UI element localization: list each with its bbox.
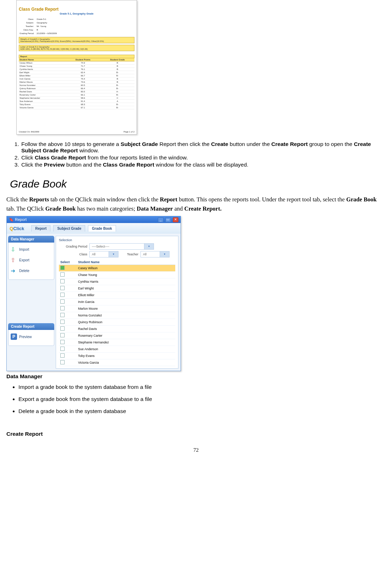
selection-header: Selection (59, 238, 175, 242)
student-row[interactable]: Rachel Davis (59, 326, 175, 332)
checkbox[interactable] (60, 333, 65, 337)
table-row: Irvin Garcia75.4B (19, 77, 134, 81)
student-row[interactable]: Elliott Miller (59, 292, 175, 299)
report-title: Class Grade Report (19, 7, 134, 12)
report-info-table: Class:Grade 5-1 Subject:Geography Teache… (19, 17, 60, 36)
delete-button[interactable]: Delete (11, 265, 52, 276)
table-row: Norma Gonzalez60.5B- (19, 84, 134, 87)
sidebar: Data Manager Import Export Delete (7, 234, 56, 371)
grade-table: Student Name Student Points Student Grad… (19, 58, 134, 109)
student-row[interactable]: Sue Anderson (59, 346, 175, 353)
checkbox[interactable] (60, 353, 65, 358)
minimize-button[interactable]: _ (158, 217, 164, 222)
checkbox[interactable] (60, 347, 65, 351)
dm-item-export: Export a grade book from the system data… (18, 396, 386, 402)
student-row[interactable]: Chase Young (59, 272, 175, 278)
report-created: Created On: 8/6/2009 (19, 131, 39, 133)
student-row[interactable]: Victoria Garcia (59, 359, 175, 366)
checkbox[interactable] (60, 306, 65, 310)
student-row[interactable]: Cynthia Harris (59, 278, 175, 285)
preview-button[interactable]: P Preview (11, 331, 52, 342)
create-report-header: Create Report (8, 323, 54, 330)
letter-box: Letter of Grade 5-1 Geography: A(90-100)… (19, 45, 134, 51)
table-row: Marlon Moore73.6B (19, 81, 134, 84)
weight-box: Weight of Grade5-1 Geography: Attendance… (19, 37, 134, 43)
chevron-down-icon: ▾ (144, 244, 154, 249)
table-row: Chase Young71.7B (19, 65, 134, 68)
checkbox[interactable] (60, 286, 65, 290)
table-row: Casey Wilson74.9B (19, 61, 134, 65)
class-combo[interactable]: All▾ (89, 251, 118, 257)
close-button[interactable]: ✕ (173, 217, 178, 222)
grading-period-combo[interactable]: ----Select----▾ (89, 243, 154, 250)
checkbox[interactable] (60, 326, 65, 331)
maximize-button[interactable]: ▭ (165, 217, 171, 222)
student-row[interactable]: Quincy Robinson (59, 319, 175, 326)
checkbox[interactable] (60, 299, 65, 304)
table-row: Rosemary Carter66.1B- (19, 93, 134, 97)
table-row: Earl Wight62.4B- (19, 71, 134, 74)
main-panel: Selection Grading Period ----Select----▾… (56, 236, 178, 369)
step-1: Follow the above 10 steps to generate a … (21, 141, 386, 154)
section-heading-grade-book: Grade Book (10, 178, 386, 190)
window-title: Report (15, 217, 27, 222)
table-row: Elliott Miller66.7B- (19, 74, 134, 77)
checkbox[interactable] (60, 279, 65, 283)
student-row[interactable]: Rosemary Carter (59, 332, 175, 339)
tab-report[interactable]: Report (31, 225, 50, 232)
table-row: Stephanie Hernandez58.6C (19, 97, 134, 100)
window-titlebar: 🔖 Report _ ▭ ✕ (7, 216, 181, 223)
student-row[interactable]: Casey Wilson (59, 265, 175, 272)
checkbox[interactable] (60, 272, 65, 277)
chevron-down-icon: ▾ (160, 251, 169, 257)
student-row[interactable]: Marlon Moore (59, 305, 175, 312)
import-button[interactable]: Import (11, 244, 52, 255)
grade-book-intro: Click the Reports tab on the QClick main… (6, 195, 386, 213)
table-row: Toby Evans68.3B- (19, 103, 134, 106)
table-row: Rachel Davis83.5A- (19, 90, 134, 93)
data-manager-list: Import a grade book to the system databa… (18, 384, 386, 414)
checkbox[interactable] (60, 313, 65, 317)
delete-icon (11, 267, 17, 274)
step-3: Click the Preview button and the Class G… (21, 162, 386, 168)
class-grade-report-figure: Class Grade Report Grade 5-1, Geography … (16, 0, 137, 135)
import-icon (11, 246, 17, 253)
export-button[interactable]: Export (11, 255, 52, 265)
dm-item-import: Import a grade book to the system databa… (18, 384, 386, 390)
report-section-header: Report (19, 55, 134, 58)
qclick-window: 🔖 Report _ ▭ ✕ QClick Report Subject Gra… (6, 216, 181, 371)
tab-subject-grade[interactable]: Subject Grade (53, 225, 85, 232)
data-manager-header: Data Manager (8, 236, 54, 243)
student-table: Select Student Name Casey WilsonChase Yo… (59, 260, 175, 366)
checkbox[interactable] (60, 320, 65, 324)
table-row: Cynthia Harris76.1B (19, 68, 134, 71)
grading-period-label: Grading Period (59, 245, 87, 248)
checkbox[interactable] (60, 293, 65, 297)
dm-item-delete: Delete a grade book in the system databa… (18, 408, 386, 414)
checkbox[interactable] (60, 360, 65, 364)
student-row[interactable]: Stephanie Hernandez (59, 339, 175, 346)
qclick-logo: QClick (10, 226, 24, 231)
page-number: 72 (6, 447, 386, 453)
table-row: Quincy Robinson66.4B- (19, 87, 134, 90)
create-report-heading: Create Report (6, 431, 386, 437)
instruction-list: Follow the above 10 steps to generate a … (6, 141, 386, 168)
teacher-label: Teacher (121, 253, 138, 256)
checkbox[interactable] (60, 340, 65, 344)
teacher-combo[interactable]: All▾ (140, 251, 170, 257)
report-subtitle: Grade 5-1, Geography Grade (19, 12, 134, 15)
class-label: Class (59, 253, 87, 256)
checkbox[interactable] (60, 266, 65, 270)
tab-grade-book[interactable]: Grade Book (88, 225, 116, 232)
report-page: Page 1 of 2 (123, 131, 134, 133)
data-manager-heading: Data Manager (6, 373, 386, 380)
step-2: Click Class Grade Report from the four r… (21, 154, 386, 161)
student-row[interactable]: Toby Evans (59, 353, 175, 359)
student-row[interactable]: Irvin Garcia (59, 299, 175, 305)
student-row[interactable]: Earl Wright (59, 285, 175, 292)
table-row: Sue Anderson91.4A (19, 100, 134, 103)
export-icon (11, 257, 17, 263)
chevron-down-icon: ▾ (109, 251, 118, 257)
student-row[interactable]: Norma Gonzalez (59, 312, 175, 319)
preview-icon: P (11, 333, 17, 340)
